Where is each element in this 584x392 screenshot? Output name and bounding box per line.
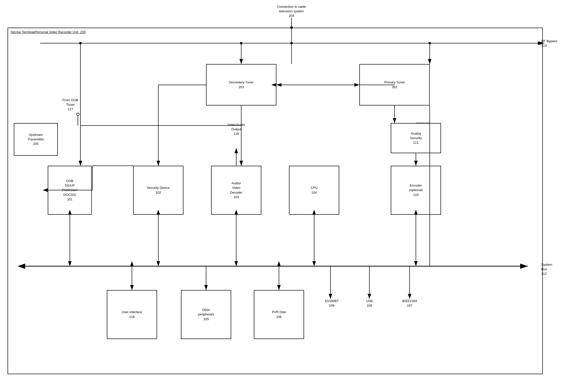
analog-security-label: AnalogSecurity111 <box>410 131 422 145</box>
encoder-label: Encoder(optional)110 <box>409 183 423 197</box>
usb-label: USB108 <box>359 299 379 308</box>
video-audio-output-label: Video/AudioOutput119 <box>216 123 256 136</box>
pvr-disk-label: PVR Disk106 <box>272 310 286 319</box>
other-peripherals-label: Otherperipherals105 <box>198 308 214 321</box>
oob-processor-label: OOBDS/UPProcessor/DOCSIS101 <box>62 179 77 202</box>
ieee1394-label: IEEE1394107 <box>395 299 425 308</box>
encoder-box: Encoder(optional)110 <box>391 166 441 215</box>
oob-processor-box: OOBDS/UPProcessor/DOCSIS101 <box>48 166 92 215</box>
cpu-label: CPU104 <box>311 186 317 195</box>
secondary-tuner-label: Secondary Tuner203 <box>229 80 254 89</box>
upstream-transmitter-box: UpstreamTransmitter205 <box>14 123 58 156</box>
user-interface-box: User interface118 <box>107 290 157 339</box>
10-100bt-label: 10/100BT109 <box>319 299 344 308</box>
primary-tuner-box: Primary Tuner202 <box>359 64 430 105</box>
secondary-tuner-box: Secondary Tuner203 <box>206 64 276 105</box>
connection-label: Connection to cabletelevision system204 <box>264 5 319 18</box>
outer-box-title: Set-top Terminal/Personal Video Recorder… <box>11 30 86 34</box>
other-peripherals-box: Otherperipherals105 <box>181 290 231 339</box>
system-bus-label: SystemBus112 <box>541 262 576 276</box>
audio-video-decoder-box: Audio/VideoDecoder103 <box>211 166 261 215</box>
primary-tuner-label: Primary Tuner202 <box>384 80 405 89</box>
user-interface-label: User interface118 <box>122 310 142 319</box>
upstream-transmitter-label: UpstreamTransmitter205 <box>28 133 44 146</box>
analog-security-box: AnalogSecurity111 <box>391 123 441 153</box>
security-device-label: Security Device102 <box>147 186 170 195</box>
cpu-box: CPU104 <box>289 166 339 215</box>
from-oob-label: From OOBTuner117 <box>54 98 87 112</box>
pvr-disk-box: PVR Disk106 <box>254 290 304 339</box>
audio-video-decoder-label: Audio/VideoDecoder103 <box>230 181 242 199</box>
diagram-container: Connection to cabletelevision system204 … <box>0 0 584 392</box>
rf-bypass-label: RF Bypass113 <box>541 39 576 48</box>
security-device-box: Security Device102 <box>133 166 183 215</box>
